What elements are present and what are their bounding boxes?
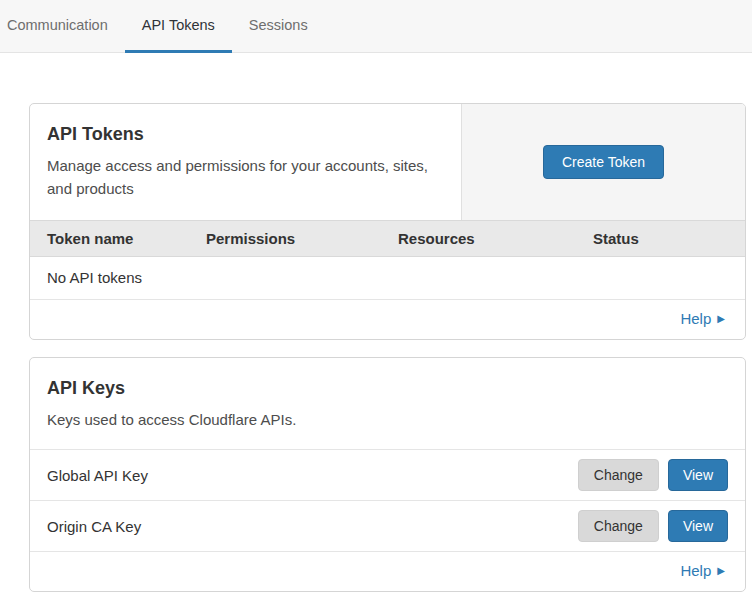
api-tokens-subtitle: Manage access and permissions for your a… — [47, 154, 437, 201]
api-tokens-action-panel: Create Token — [461, 104, 745, 220]
api-keys-help-link[interactable]: Help ▶ — [680, 562, 725, 579]
api-keys-footer: Help ▶ — [30, 552, 745, 591]
api-keys-card-header: API Keys Keys used to access Cloudflare … — [30, 358, 745, 450]
api-tokens-card: API Tokens Manage access and permissions… — [29, 103, 746, 340]
global-api-key-change-button[interactable]: Change — [578, 459, 659, 491]
api-tokens-footer: Help ▶ — [30, 300, 745, 339]
tokens-table-header: Token name Permissions Resources Status — [30, 220, 745, 257]
help-arrow-icon: ▶ — [717, 314, 725, 324]
tab-bar: Communication API Tokens Sessions — [0, 0, 752, 53]
column-token-name: Token name — [30, 230, 189, 247]
global-api-key-label: Global API Key — [47, 467, 148, 484]
origin-ca-key-row: Origin CA Key Change View — [30, 501, 745, 552]
column-permissions: Permissions — [189, 230, 381, 247]
api-keys-subtitle: Keys used to access Cloudflare APIs. — [47, 408, 728, 431]
global-api-key-actions: Change View — [578, 459, 728, 491]
api-keys-card: API Keys Keys used to access Cloudflare … — [29, 357, 746, 592]
origin-ca-key-view-button[interactable]: View — [668, 510, 728, 542]
tab-api-tokens[interactable]: API Tokens — [125, 0, 232, 53]
page-content: API Tokens Manage access and permissions… — [0, 53, 752, 592]
help-arrow-icon: ▶ — [717, 566, 725, 576]
tokens-empty-message: No API tokens — [30, 257, 745, 300]
origin-ca-key-change-button[interactable]: Change — [578, 510, 659, 542]
api-tokens-header-text: API Tokens Manage access and permissions… — [30, 104, 461, 220]
tab-sessions[interactable]: Sessions — [232, 0, 325, 53]
global-api-key-row: Global API Key Change View — [30, 450, 745, 501]
column-status: Status — [576, 230, 745, 247]
api-keys-title: API Keys — [47, 378, 728, 399]
api-tokens-title: API Tokens — [47, 124, 437, 145]
help-link-label: Help — [680, 310, 711, 327]
column-resources: Resources — [381, 230, 576, 247]
create-token-button[interactable]: Create Token — [543, 145, 664, 179]
origin-ca-key-actions: Change View — [578, 510, 728, 542]
help-link-label: Help — [680, 562, 711, 579]
api-tokens-help-link[interactable]: Help ▶ — [680, 310, 725, 327]
global-api-key-view-button[interactable]: View — [668, 459, 728, 491]
api-tokens-card-header: API Tokens Manage access and permissions… — [30, 104, 745, 220]
tab-communication[interactable]: Communication — [0, 0, 125, 53]
origin-ca-key-label: Origin CA Key — [47, 518, 141, 535]
